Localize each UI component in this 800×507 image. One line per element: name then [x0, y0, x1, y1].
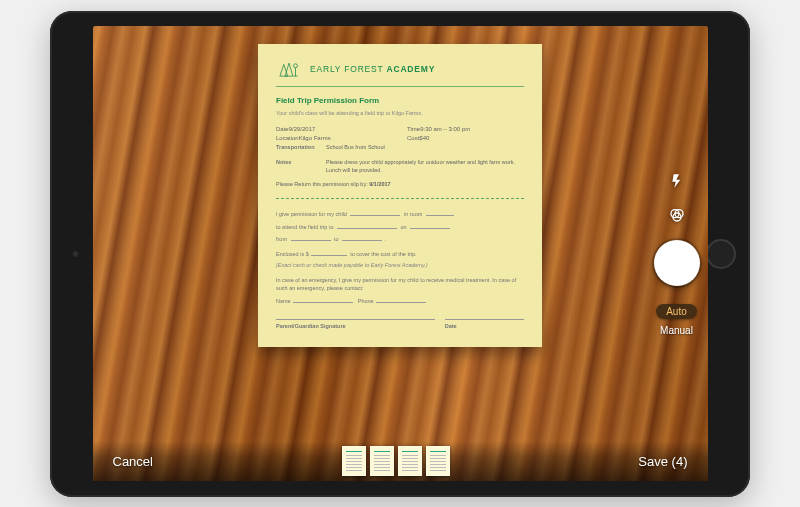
thumbnail-2[interactable] — [370, 446, 394, 476]
permission-line-3: from to . — [276, 234, 524, 243]
capture-mode-toggle[interactable]: Auto Manual — [656, 304, 697, 336]
svg-point-0 — [294, 64, 298, 68]
permission-line-2: to attend the field trip to on — [276, 222, 524, 231]
date-value: 9/29/2017 — [289, 125, 316, 134]
scan-thumbnails[interactable] — [342, 446, 450, 476]
form-subtitle: Your child's class will be attending a f… — [276, 109, 524, 117]
date-label: Date — [276, 125, 289, 134]
payable-line: (Exact cash or check made payable to Ear… — [276, 261, 524, 269]
mode-manual[interactable]: Manual — [660, 325, 693, 336]
brand-bold: ACADEMY — [387, 64, 436, 74]
time-label: Time — [407, 125, 420, 134]
thumbnail-4[interactable] — [426, 446, 450, 476]
return-line: Please Return this permission slip by: 9… — [276, 180, 524, 188]
cost-label: Cost — [407, 134, 419, 143]
ipad-front-camera — [72, 250, 79, 257]
thumbnail-3[interactable] — [398, 446, 422, 476]
cost-value: $40 — [419, 134, 429, 143]
brand-light: EARLY FOREST — [310, 64, 387, 74]
flash-toggle-button[interactable] — [666, 172, 688, 194]
form-title: Field Trip Permission Form — [276, 95, 524, 107]
transport-label: Transportation — [276, 143, 326, 151]
filter-button[interactable] — [666, 206, 688, 228]
contact-line: Name Phone — [276, 296, 524, 305]
thumbnail-1[interactable] — [342, 446, 366, 476]
shutter-button[interactable] — [654, 240, 700, 286]
camera-controls: Auto Manual — [654, 172, 700, 336]
save-button[interactable]: Save (4) — [632, 453, 693, 470]
scanner-screen: EARLY FOREST ACADEMY Field Trip Permissi… — [93, 26, 708, 481]
transport-value: School Bus from School — [326, 143, 524, 151]
location-label: Location — [276, 134, 299, 143]
flash-icon — [669, 173, 685, 192]
signature-date-label: Date — [445, 322, 524, 330]
signature-label: Parent/Guardian Signature — [276, 322, 435, 330]
tear-line — [276, 198, 524, 199]
notes-label: Notes — [276, 158, 326, 175]
header-rule — [276, 86, 524, 87]
notes-value: Please dress your child appropriately fo… — [326, 158, 524, 175]
bottom-toolbar: Cancel Save (4) — [93, 441, 708, 481]
time-value: 9:30 am – 3:00 pm — [420, 125, 470, 134]
scanned-document-preview: EARLY FOREST ACADEMY Field Trip Permissi… — [258, 44, 542, 347]
academy-brand: EARLY FOREST ACADEMY — [310, 63, 435, 76]
mode-auto[interactable]: Auto — [656, 304, 697, 319]
ipad-device-frame: EARLY FOREST ACADEMY Field Trip Permissi… — [50, 11, 750, 497]
location-value: Kilgo Farms — [299, 134, 331, 143]
filter-circles-icon — [669, 207, 685, 226]
enclosed-line: Enclosed is $ to cover the cost of the t… — [276, 249, 524, 258]
ipad-home-button — [706, 239, 736, 269]
cancel-button[interactable]: Cancel — [107, 453, 159, 470]
academy-logo-icon — [276, 58, 302, 80]
emergency-line: In case of an emergency, I give my permi… — [276, 276, 524, 293]
permission-line-1: I give permission for my child in room — [276, 209, 524, 218]
